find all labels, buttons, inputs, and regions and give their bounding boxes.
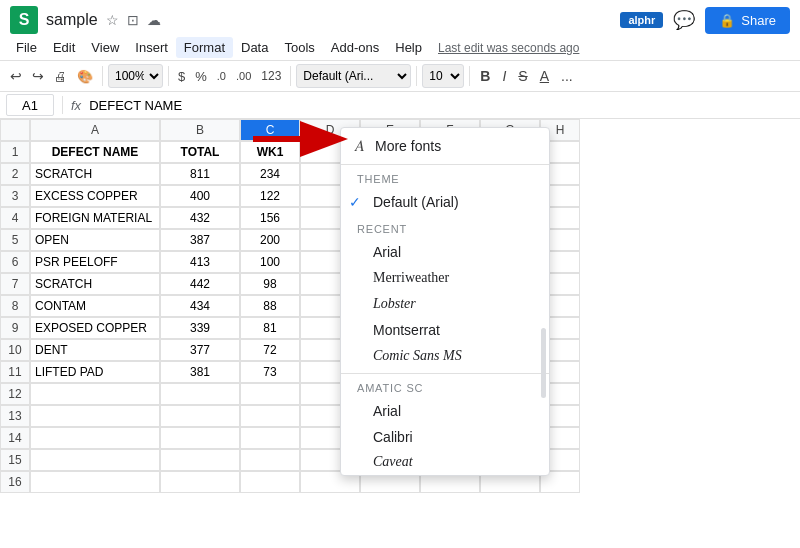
grid-cell[interactable]: 81 [240,317,300,339]
menu-format[interactable]: Format [176,37,233,58]
grid-cell[interactable] [160,449,240,471]
decimal-decrease-button[interactable]: .0 [213,68,230,84]
grid-cell[interactable]: OPEN [30,229,160,251]
row-number[interactable]: 1 [0,141,30,163]
scroll-indicator[interactable] [541,328,546,398]
grid-cell[interactable]: 442 [160,273,240,295]
grid-cell[interactable] [240,405,300,427]
grid-cell[interactable]: 432 [160,207,240,229]
share-button[interactable]: 🔒 Share [705,7,790,34]
grid-cell[interactable]: 122 [240,185,300,207]
more-fonts-row[interactable]: 𝐴 More fonts [341,128,549,165]
font-item-montserrat[interactable]: Montserrat [341,317,549,343]
font-item-caveat[interactable]: Caveat [341,450,549,475]
grid-cell[interactable]: 234 [240,163,300,185]
decimal-increase-button[interactable]: .00 [232,68,255,84]
grid-cell[interactable] [240,383,300,405]
grid-cell[interactable] [160,383,240,405]
grid-cell[interactable]: 72 [240,339,300,361]
col-header-a[interactable]: A [30,119,160,141]
format-number-button[interactable]: 123 [257,67,285,85]
print-button[interactable]: 🖨 [50,67,71,86]
row-number[interactable]: 3 [0,185,30,207]
menu-view[interactable]: View [83,37,127,58]
grid-cell[interactable] [240,471,300,493]
text-color-button[interactable]: A [535,66,554,86]
menu-help[interactable]: Help [387,37,430,58]
row-number[interactable]: 2 [0,163,30,185]
menu-addons[interactable]: Add-ons [323,37,387,58]
grid-cell[interactable]: 381 [160,361,240,383]
grid-cell[interactable]: SCRATCH [30,273,160,295]
menu-edit[interactable]: Edit [45,37,83,58]
grid-cell[interactable] [240,427,300,449]
menu-file[interactable]: File [8,37,45,58]
grid-cell[interactable]: SCRATCH [30,163,160,185]
row-number[interactable]: 5 [0,229,30,251]
grid-cell[interactable] [30,405,160,427]
default-arial-item[interactable]: ✓ Default (Arial) [341,189,549,215]
font-item-lobster[interactable]: Lobster [341,291,549,317]
row-number[interactable]: 6 [0,251,30,273]
zoom-select[interactable]: 100% [108,64,163,88]
grid-cell[interactable]: DEFECT NAME [30,141,160,163]
grid-cell[interactable] [30,449,160,471]
col-header-b[interactable]: B [160,119,240,141]
grid-cell[interactable]: 377 [160,339,240,361]
grid-cell[interactable]: 200 [240,229,300,251]
grid-cell[interactable] [30,427,160,449]
menu-tools[interactable]: Tools [276,37,322,58]
grid-cell[interactable]: 400 [160,185,240,207]
strikethrough-button[interactable]: S [513,66,532,86]
row-number[interactable]: 9 [0,317,30,339]
grid-cell[interactable]: 98 [240,273,300,295]
grid-cell[interactable]: TOTAL [160,141,240,163]
chat-button[interactable]: 💬 [673,9,695,31]
font-select[interactable]: Default (Ari... [296,64,411,88]
grid-cell[interactable]: DENT [30,339,160,361]
grid-cell[interactable]: 413 [160,251,240,273]
grid-cell[interactable]: 339 [160,317,240,339]
row-number[interactable]: 13 [0,405,30,427]
currency-button[interactable]: $ [174,67,189,86]
row-number[interactable]: 12 [0,383,30,405]
grid-cell[interactable]: EXPOSED COPPER [30,317,160,339]
grid-cell[interactable] [160,405,240,427]
row-number[interactable]: 8 [0,295,30,317]
folder-icon[interactable]: ⊡ [127,12,139,28]
grid-cell[interactable]: PSR PEELOFF [30,251,160,273]
redo-button[interactable]: ↪ [28,66,48,86]
grid-cell[interactable]: 387 [160,229,240,251]
grid-cell[interactable]: 88 [240,295,300,317]
grid-cell[interactable]: 434 [160,295,240,317]
grid-cell[interactable]: EXCESS COPPER [30,185,160,207]
percent-button[interactable]: % [191,67,211,86]
bold-button[interactable]: B [475,66,495,86]
font-item-comic-sans[interactable]: Comic Sans MS [341,343,549,369]
grid-cell[interactable]: FOREIGN MATERIAL [30,207,160,229]
row-number[interactable]: 7 [0,273,30,295]
grid-cell[interactable] [240,449,300,471]
grid-cell[interactable] [160,471,240,493]
formula-input[interactable] [85,96,794,115]
grid-cell[interactable]: 811 [160,163,240,185]
row-number[interactable]: 10 [0,339,30,361]
grid-cell[interactable]: 73 [240,361,300,383]
row-number[interactable]: 15 [0,449,30,471]
menu-data[interactable]: Data [233,37,276,58]
grid-cell[interactable]: 100 [240,251,300,273]
font-item-calibri[interactable]: Calibri [341,424,549,450]
font-size-select[interactable]: 10 [422,64,464,88]
font-item-arial-all[interactable]: Arial [341,398,549,424]
row-number[interactable]: 4 [0,207,30,229]
cell-reference-input[interactable] [6,94,54,116]
paint-format-button[interactable]: 🎨 [73,67,97,86]
grid-cell[interactable] [30,383,160,405]
italic-button[interactable]: I [497,66,511,86]
grid-cell[interactable]: CONTAM [30,295,160,317]
font-item-arial[interactable]: Arial [341,239,549,265]
row-number[interactable]: 14 [0,427,30,449]
grid-cell[interactable]: LIFTED PAD [30,361,160,383]
cloud-icon[interactable]: ☁ [147,12,161,28]
star-icon[interactable]: ☆ [106,12,119,28]
